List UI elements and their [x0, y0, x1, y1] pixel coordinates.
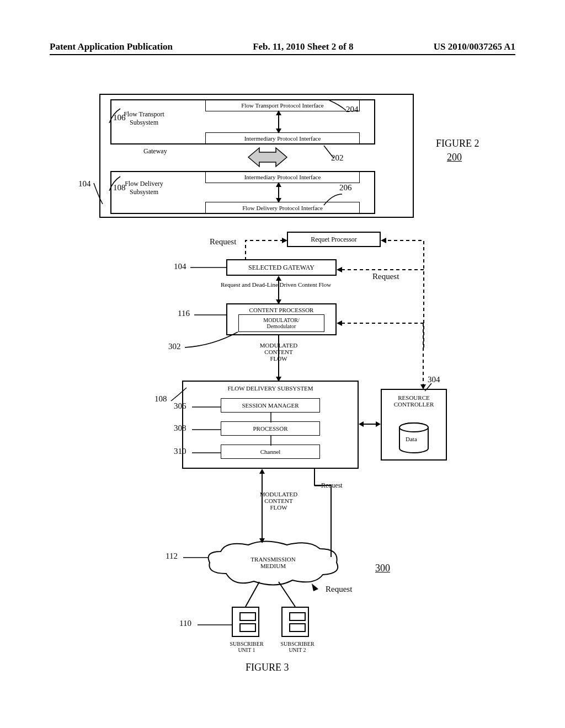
ref-308: 308 — [174, 424, 186, 433]
ref-310: 310 — [174, 447, 186, 456]
ref-302: 302 — [168, 342, 181, 351]
vertical-double-arrow-upper — [275, 110, 282, 133]
svg-marker-2 — [276, 110, 281, 115]
svg-marker-37 — [337, 320, 342, 326]
leader-112 — [183, 556, 208, 559]
modulator-box: MODULATOR/ Demodulator — [238, 314, 324, 332]
svg-marker-5 — [276, 182, 281, 187]
header-divider — [50, 54, 515, 55]
ref-108-fig3: 108 — [154, 394, 167, 404]
leader-204 — [328, 99, 350, 113]
ref-116: 116 — [178, 309, 190, 318]
selected-gateway-text: SELECTED GATEWAY — [248, 264, 315, 272]
leader-108 — [105, 175, 121, 186]
arrow-gateway-content — [275, 276, 282, 304]
svg-marker-33 — [381, 238, 386, 243]
svg-marker-24 — [276, 299, 281, 304]
session-manager-text: SESSION MANAGER — [242, 402, 299, 409]
ref-206: 206 — [339, 183, 352, 192]
leader-308 — [192, 428, 221, 431]
flow-delivery-subsystem-text: FLOW DELIVERY SUBSYSTEM — [227, 385, 313, 392]
cloud-to-subs — [240, 582, 306, 609]
intermediary-protocol-interface-lower: Intermediary Protocol Interface — [205, 171, 360, 183]
leader-206 — [323, 193, 345, 207]
request-label-4: Request — [326, 585, 352, 594]
vertical-double-arrow-lower — [275, 182, 282, 203]
modulator-text: MODULATOR/ Demodulator — [263, 317, 299, 329]
ref-112: 112 — [166, 552, 178, 561]
figure-3-ref: 300 — [375, 563, 390, 574]
leader-108-fig3 — [171, 389, 188, 403]
svg-marker-6 — [276, 198, 281, 203]
arrow-fds-cloud — [258, 469, 266, 543]
selected-gateway-box: SELECTED GATEWAY — [226, 259, 337, 276]
dashed-to-content-proc — [337, 320, 425, 326]
svg-marker-3 — [276, 129, 281, 133]
flow-delivery-subsystem-box: Flow Delivery Subsystem Intermediary Pro… — [110, 171, 375, 214]
svg-marker-0 — [248, 148, 287, 167]
diagram-area: Flow Transport Subsystem Flow Transport … — [50, 83, 491, 700]
content-processor-text: CONTENT PROCESSOR — [249, 307, 314, 313]
header-center: Feb. 11, 2010 Sheet 2 of 8 — [253, 41, 353, 52]
svg-marker-29 — [259, 538, 265, 543]
leader-104-fig3 — [190, 266, 226, 269]
flow-transport-subsystem-label: Flow Transport Subsystem — [119, 110, 169, 127]
request-processor-box: Requet Processor — [287, 232, 381, 247]
header-right: US 2010/0037265 A1 — [434, 41, 515, 52]
leader-104 — [93, 182, 104, 199]
svg-line-20 — [246, 582, 259, 607]
svg-marker-16 — [376, 421, 381, 427]
figure-2-ref: 200 — [447, 152, 462, 163]
resource-controller-text: RESOURCE CONTROLLER — [394, 394, 434, 408]
arrow-content-fds — [275, 335, 282, 382]
svg-marker-32 — [282, 238, 287, 243]
session-manager-box: SESSION MANAGER — [221, 398, 320, 413]
channel-text: Channel — [260, 448, 281, 455]
ref-306: 306 — [174, 402, 186, 411]
svg-marker-28 — [259, 469, 265, 474]
svg-marker-39 — [420, 384, 426, 389]
subscriber-unit-2-icon — [281, 607, 309, 637]
double-arrow-fds-rc — [359, 420, 381, 428]
processor-text: PROCESSOR — [253, 425, 288, 432]
conn-proc-chan — [268, 436, 274, 446]
transmission-medium-text: TRANSMISSION MEDIUM — [237, 556, 309, 569]
svg-marker-15 — [359, 421, 364, 427]
leader-116 — [194, 313, 226, 317]
header-left: Patent Application Publication — [50, 41, 173, 52]
subscriber-unit-1-icon — [232, 607, 259, 637]
dashed-request-to-processor-left — [246, 237, 290, 261]
page-header: Patent Application Publication Feb. 11, … — [0, 41, 565, 52]
svg-marker-18 — [312, 584, 318, 591]
ref-104: 104 — [78, 179, 91, 189]
figure-3-label: FIGURE 3 — [246, 662, 289, 673]
subscriber-2-label: SUBSCRIBER UNIT 2 — [276, 641, 319, 653]
ref-110: 110 — [179, 619, 191, 628]
svg-line-21 — [279, 582, 295, 607]
request-pointer-4 — [312, 584, 328, 595]
svg-marker-26 — [276, 377, 281, 382]
bidirectional-arrow-icon — [243, 142, 292, 173]
leader-302 — [185, 332, 240, 349]
leader-310 — [192, 451, 221, 454]
leader-110 — [198, 623, 232, 627]
leader-106 — [105, 108, 121, 119]
svg-point-13 — [399, 423, 428, 432]
flow-delivery-subsystem-label: Flow Delivery Subsystem — [119, 180, 169, 196]
modulated-content-flow-2: MODULATED CONTENT FLOW — [243, 491, 315, 511]
subscriber-1-label: SUBSCRIBER UNIT 1 — [225, 641, 268, 653]
conn-sm-proc — [268, 413, 274, 422]
svg-marker-35 — [337, 267, 342, 272]
leader-306 — [192, 405, 221, 409]
gateway-label: Gateway — [143, 147, 167, 156]
dashed-to-gateway — [337, 266, 425, 273]
dashed-vertical-to-rc — [419, 323, 427, 390]
ref-104-fig3: 104 — [174, 262, 186, 271]
data-label: Data — [406, 436, 417, 442]
request-cloud-to-fds — [309, 469, 342, 560]
request-processor-text: Requet Processor — [311, 235, 357, 244]
channel-box: Channel — [221, 445, 320, 459]
request-label-1: Request — [210, 237, 236, 247]
leader-202 — [323, 144, 337, 158]
svg-marker-23 — [276, 276, 281, 281]
